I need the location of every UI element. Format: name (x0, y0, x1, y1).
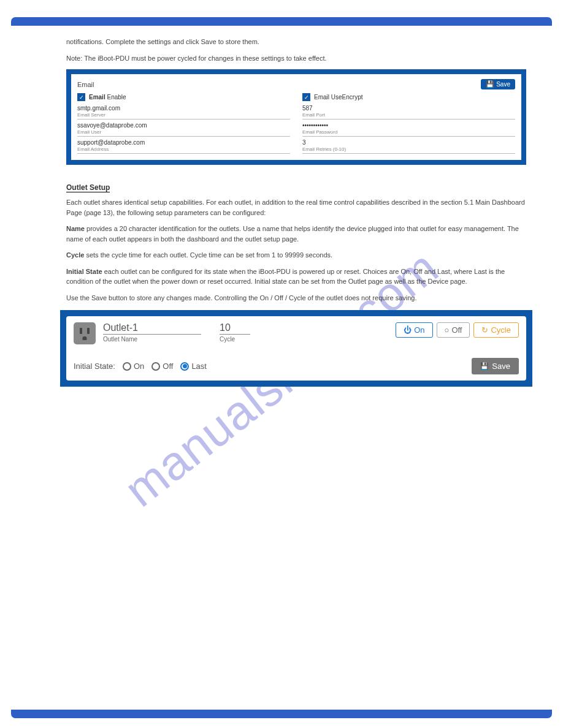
outlet-icon (74, 322, 96, 344)
outlet-on-button[interactable]: ⏻ On (396, 322, 432, 338)
email-address-input[interactable]: support@dataprobe.com (77, 139, 290, 146)
page-bottom-bar (11, 710, 552, 718)
radio-on-label: On (134, 362, 144, 371)
email-user-label: Email User (77, 129, 290, 136)
email-password-input[interactable]: •••••••••••• (302, 122, 515, 129)
power-icon: ⏻ (404, 325, 412, 335)
on-label: On (414, 325, 424, 335)
cycle-icon: ↻ (481, 325, 488, 335)
email-server-label: Email Server (77, 112, 290, 119)
outlet-name-label: Outlet Name (103, 336, 201, 343)
email-password-label: Email Password (302, 129, 515, 136)
outlet-para-2: Name provides a 20 character identificat… (66, 224, 526, 244)
outlet-para-5: Use the Save button to store any changes… (66, 293, 526, 303)
initial-state-off-radio[interactable]: Off (151, 362, 173, 371)
outlet-cycle-input[interactable]: 10 (220, 322, 250, 335)
outlet-save-label: Save (492, 362, 510, 371)
email-save-button[interactable]: 💾 Save (481, 79, 515, 89)
outlet-off-button[interactable]: ○ Off (437, 322, 470, 338)
initial-state-last-radio[interactable]: Last (180, 362, 207, 371)
cycle-label: Cycle (491, 325, 511, 335)
email-encrypt-label: Email UseEncrypt (314, 94, 362, 100)
email-retries-label: Email Retries (0-10) (302, 146, 515, 153)
outlet-para-4: Initial State each outlet can be configu… (66, 267, 526, 287)
outlet-panel: Outlet-1 Outlet Name 10 Cycle ⏻ On ○ (60, 310, 532, 387)
radio-last-label: Last (191, 362, 207, 371)
email-save-label: Save (496, 81, 510, 88)
outlet-setup-heading: Outlet Setup (66, 183, 110, 192)
email-port-label: Email Port (302, 112, 515, 119)
radio-icon (123, 362, 131, 371)
initial-state-group: Initial State: On Off Last (74, 362, 207, 371)
email-retries-input[interactable]: 3 (302, 139, 515, 146)
outlet-cycle-button[interactable]: ↻ Cycle (473, 322, 519, 338)
email-panel-title: Email (77, 81, 94, 88)
page-top-bar (11, 17, 552, 26)
off-label: Off (451, 325, 462, 335)
email-server-input[interactable]: smtp.gmail.com (77, 105, 290, 112)
intro-text: notifications. Complete the settings and… (66, 37, 526, 63)
initial-state-on-radio[interactable]: On (123, 362, 144, 371)
email-address-label: Email Address (77, 146, 290, 153)
email-user-input[interactable]: ssavoye@dataprobe.com (77, 122, 290, 129)
outlet-save-button[interactable]: 💾 Save (472, 358, 519, 374)
outlet-cycle-label: Cycle (220, 336, 250, 343)
save-icon: 💾 (480, 362, 489, 370)
radio-icon (151, 362, 160, 371)
outlet-name-input[interactable]: Outlet-1 (103, 322, 201, 335)
email-encrypt-checkbox[interactable]: ✓ (302, 93, 310, 101)
outlet-setup-text: Each outlet shares identical setup capab… (66, 197, 526, 303)
radio-off-label: Off (163, 362, 173, 371)
email-port-input[interactable]: 587 (302, 105, 515, 112)
intro-line-2: Note: The iBoot-PDU must be power cycled… (66, 53, 526, 64)
save-icon: 💾 (486, 80, 494, 88)
outlet-para-1: Each outlet shares identical setup capab… (66, 197, 526, 218)
radio-icon (180, 362, 189, 371)
outlet-para-3: Cycle sets the cycle time for each outle… (66, 250, 526, 260)
email-panel: Email 💾 Save ✓ Email Email EnableEnable … (66, 69, 526, 165)
intro-line-1: notifications. Complete the settings and… (66, 37, 526, 47)
circle-icon: ○ (445, 325, 450, 335)
email-enable-checkbox[interactable]: ✓ (77, 93, 85, 101)
initial-state-label: Initial State: (74, 362, 115, 371)
page-content: notifications. Complete the settings and… (66, 37, 526, 387)
